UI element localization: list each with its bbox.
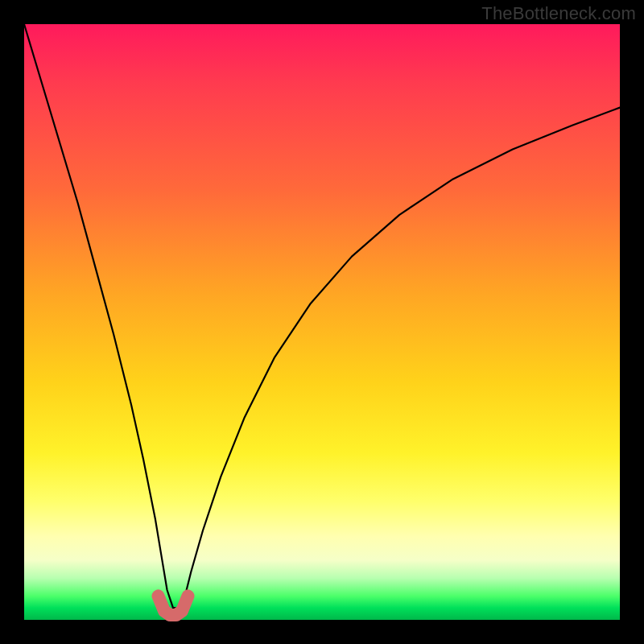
plot-area [24, 24, 620, 620]
chart-stage: TheBottleneck.com [0, 0, 644, 644]
curve-layer [24, 24, 620, 620]
watermark-text: TheBottleneck.com [481, 3, 636, 24]
bottleneck-curve [24, 24, 620, 608]
